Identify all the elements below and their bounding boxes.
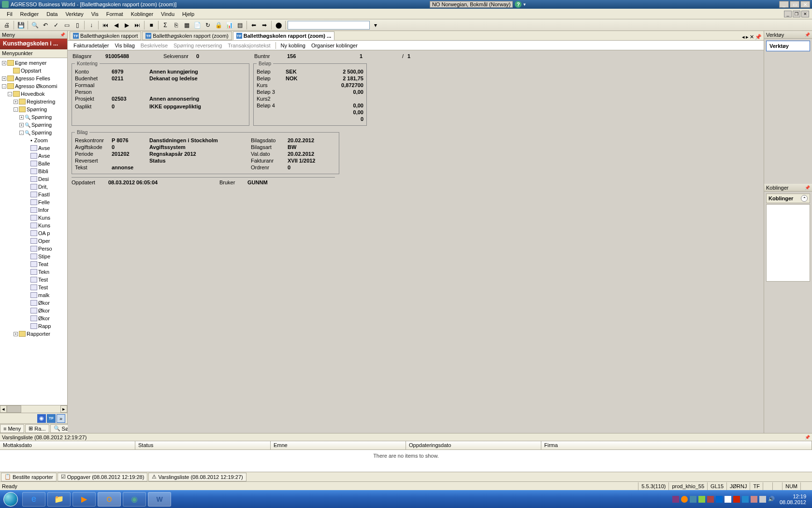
- action-tab[interactable]: Ny kobling: [278, 42, 308, 49]
- tray-skype-icon[interactable]: [681, 496, 688, 503]
- pin-icon[interactable]: 📌: [755, 34, 762, 40]
- nav-first-icon[interactable]: ⏮: [101, 20, 110, 30]
- history-fwd-icon[interactable]: ➡: [260, 20, 269, 30]
- locale-dropdown-icon[interactable]: ▾: [523, 2, 526, 7]
- task-agresso[interactable]: ◉: [123, 492, 146, 507]
- tree-item[interactable]: Bibli: [0, 167, 67, 175]
- action-tab[interactable]: Organiser koblinger: [308, 42, 361, 49]
- tree-item[interactable]: Teat: [0, 260, 67, 268]
- tree-item[interactable]: +Egne menyer: [0, 59, 67, 67]
- tree-toggle-icon[interactable]: +: [2, 76, 6, 81]
- tray-flag-icon[interactable]: [725, 496, 731, 503]
- tree-item[interactable]: +Rapporter: [0, 330, 67, 338]
- nav-tree[interactable]: +Egne menyerOppstart+Agresso Felles-Agre…: [0, 58, 67, 405]
- record-icon[interactable]: ⬤: [274, 20, 283, 30]
- tree-item[interactable]: +Registrering: [0, 98, 67, 105]
- nav-prev-icon[interactable]: ◀: [111, 20, 121, 30]
- tray-app5-icon[interactable]: [751, 496, 757, 503]
- pin-icon[interactable]: 📌: [805, 32, 810, 37]
- pin-icon[interactable]: 📌: [805, 435, 810, 440]
- tree-toggle-icon[interactable]: +: [14, 100, 18, 104]
- tree-item[interactable]: +🔍Spørring: [0, 121, 67, 129]
- tree-item[interactable]: Tekn: [0, 268, 67, 276]
- minimize-button[interactable]: _: [779, 1, 789, 8]
- tab-bestilte-rapporter[interactable]: 📋Bestilte rapporter: [1, 473, 57, 481]
- document-tab[interactable]: TFBalletthøgskolen rapport: [70, 31, 141, 40]
- tree-toggle-icon[interactable]: +: [19, 123, 24, 127]
- tray-app3-icon[interactable]: [733, 496, 740, 503]
- toolbar-search-go-icon[interactable]: ▾: [371, 20, 380, 30]
- tree-item[interactable]: Kuns: [0, 214, 67, 222]
- task-media[interactable]: ▶: [72, 492, 96, 507]
- pin-icon[interactable]: 📌: [60, 32, 65, 37]
- tree-item[interactable]: +Agresso Felles: [0, 75, 67, 82]
- nav-next-icon[interactable]: ▶: [122, 20, 131, 30]
- close-button[interactable]: ✕: [800, 1, 810, 8]
- tray-volume-icon[interactable]: 🔊: [768, 496, 775, 503]
- tree-item[interactable]: Test: [0, 276, 67, 284]
- tab-oppgaver[interactable]: ☑Oppgaver (08.08.2012 12:19:28): [58, 473, 148, 481]
- sigma-icon[interactable]: Σ: [160, 20, 170, 30]
- tab-close-icon[interactable]: ✕: [750, 34, 754, 40]
- print-icon[interactable]: 🖨: [2, 20, 12, 30]
- down-icon[interactable]: ↓: [87, 20, 96, 30]
- tree-item[interactable]: malk: [0, 291, 67, 299]
- tab-nav-right-icon[interactable]: ▸: [746, 34, 749, 40]
- koblinger-toggle[interactable]: Koblinger ⌃: [766, 194, 810, 203]
- taskbar-clock[interactable]: 12:19 08.08.2012: [777, 493, 809, 505]
- undo-icon[interactable]: ↶: [41, 20, 50, 30]
- verktoy-box[interactable]: Verktøy: [766, 41, 810, 51]
- tray-app1-icon[interactable]: [707, 496, 714, 503]
- task-word[interactable]: W: [148, 492, 171, 507]
- template-icon[interactable]: ▭: [62, 20, 72, 30]
- tree-item[interactable]: Oppstart: [0, 67, 67, 75]
- tray-sync-icon[interactable]: [690, 496, 696, 503]
- tree-item[interactable]: Felle: [0, 198, 67, 206]
- tab-nav-left-icon[interactable]: ◂: [742, 34, 745, 40]
- menu-fil[interactable]: Fil: [3, 10, 16, 18]
- template2-icon[interactable]: ▯: [72, 20, 82, 30]
- view-tf-icon[interactable]: TF: [47, 414, 56, 423]
- refresh-icon[interactable]: ↻: [203, 20, 213, 30]
- start-button[interactable]: [0, 490, 21, 508]
- scroll-right-icon[interactable]: ▸: [60, 405, 67, 413]
- nav-last-icon[interactable]: ⏭: [132, 20, 142, 30]
- doc-minimize-button[interactable]: _: [784, 11, 792, 17]
- lock-icon[interactable]: 🔒: [214, 20, 223, 30]
- grid-icon[interactable]: ▦: [182, 20, 191, 30]
- chart-icon[interactable]: 📊: [224, 20, 234, 30]
- save-icon[interactable]: 💾: [16, 20, 26, 30]
- tree-item[interactable]: Kuns: [0, 222, 67, 229]
- check-icon[interactable]: ✓: [51, 20, 61, 30]
- tab-rapporter[interactable]: ⊞Ra...: [25, 424, 49, 433]
- scroll-left-icon[interactable]: ◂: [0, 405, 7, 413]
- menu-vis[interactable]: Vis: [87, 10, 102, 18]
- tree-item[interactable]: Økor: [0, 307, 67, 314]
- tree-toggle-icon[interactable]: +: [14, 332, 18, 336]
- tree-item[interactable]: -🔍Spørring: [0, 129, 67, 136]
- view-more-icon[interactable]: »: [57, 414, 65, 423]
- tree-item[interactable]: Balle: [0, 160, 67, 167]
- task-ie[interactable]: e: [22, 492, 45, 507]
- tree-item[interactable]: Drit,: [0, 183, 67, 191]
- tree-toggle-icon[interactable]: -: [2, 84, 6, 89]
- order-icon[interactable]: ▤: [235, 20, 245, 30]
- tray-app4-icon[interactable]: [742, 496, 749, 503]
- help-icon[interactable]: ?: [515, 1, 522, 8]
- menu-rediger[interactable]: Rediger: [16, 10, 43, 18]
- menu-format[interactable]: Format: [102, 10, 127, 18]
- tab-varslingsliste[interactable]: ⚠Varslingsliste (08.08.2012 12:19:27): [148, 473, 246, 481]
- doc-restore-button[interactable]: ❐: [793, 11, 800, 17]
- tree-item[interactable]: Avse: [0, 144, 67, 152]
- doc-icon[interactable]: 📄: [192, 20, 202, 30]
- scroll-thumb[interactable]: [7, 405, 21, 413]
- pin-icon[interactable]: 📌: [805, 185, 810, 190]
- tree-item[interactable]: Test: [0, 284, 67, 291]
- tab-meny[interactable]: ≡Meny: [0, 424, 24, 433]
- col-firma[interactable]: Firma: [541, 441, 812, 449]
- find-icon[interactable]: 🔍: [30, 20, 40, 30]
- locale-selector[interactable]: NO Norwegian, Bokmål (Norway): [430, 1, 513, 8]
- doc-close-button[interactable]: ✕: [801, 11, 809, 17]
- menu-verktoy[interactable]: Verktøy: [61, 10, 87, 18]
- task-explorer[interactable]: 📁: [47, 492, 71, 507]
